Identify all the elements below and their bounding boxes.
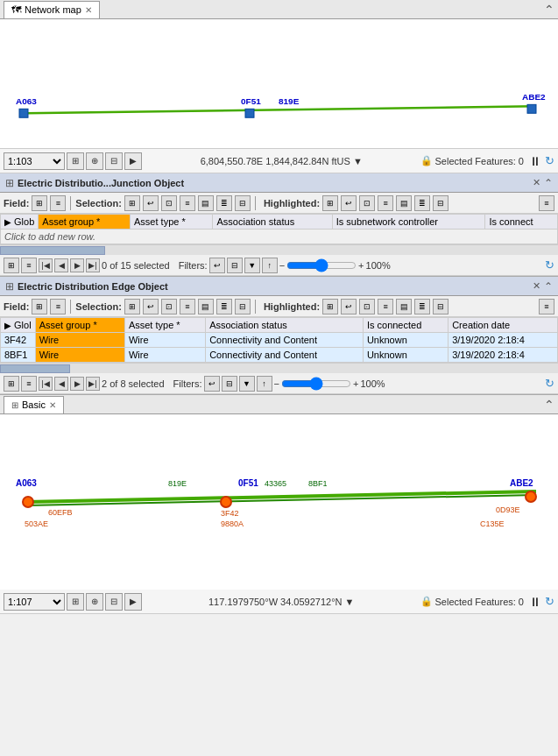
panel-expand-icon[interactable]: ⌃ [544,3,554,17]
jbt-first[interactable]: |◀ [39,258,53,272]
jbt-view2[interactable]: ≡ [21,258,37,273]
pause-btn[interactable]: ⏸ [529,154,541,168]
ef-filter1[interactable]: ↩ [204,376,220,392]
jbt-next[interactable]: ▶ [70,258,84,272]
j-slider-minus[interactable]: − [279,260,285,271]
arrow-btn[interactable]: ▶ [124,152,142,170]
js-btn1[interactable]: ⊞ [124,195,140,211]
es-btn6[interactable]: ≣ [216,299,232,314]
ebt-next[interactable]: ▶ [70,377,84,391]
eh-settings[interactable]: ≡ [539,299,554,314]
es-btn2[interactable]: ↩ [143,299,159,314]
basic-tab-close[interactable]: ✕ [49,400,56,410]
es-btn5[interactable]: ▤ [198,299,214,314]
junction-refresh-btn[interactable]: ↻ [545,258,554,272]
basic-pause-btn[interactable]: ⏸ [529,595,541,609]
ef-filter4[interactable]: ↑ [257,376,272,392]
sync-btn[interactable]: ⊞ [67,152,84,170]
ef-filter2[interactable]: ⊟ [222,376,237,392]
eh-btn1[interactable]: ⊞ [322,299,338,314]
j-slider-plus[interactable]: + [358,260,364,271]
ebt-view2[interactable]: ≡ [21,376,37,392]
js-btn7[interactable]: ⊟ [235,195,251,211]
jh-btn7[interactable]: ⊟ [433,195,449,211]
ef-filter3[interactable]: ▼ [239,376,255,392]
junction-scroll-thumb[interactable] [0,246,105,255]
junction-scrollbar[interactable] [0,244,558,255]
basic-grid-btn[interactable]: ⊟ [105,593,123,611]
eh-btn4[interactable]: ≡ [378,299,393,314]
edge-scroll-thumb[interactable] [0,364,70,373]
jf-filter2[interactable]: ⊟ [227,258,243,273]
edge-zoom-slider[interactable] [281,377,351,391]
basic-scale-select[interactable]: 1:107 [4,593,65,611]
js-btn4[interactable]: ≡ [180,195,195,211]
e-slider-plus[interactable]: + [353,378,358,389]
edge-scrollbar[interactable] [0,363,558,373]
ebt-prev[interactable]: ◀ [54,377,68,391]
es-btn7[interactable]: ⊟ [235,299,251,314]
ef-btn2[interactable]: ≡ [50,299,66,314]
eh-btn3[interactable]: ⊡ [359,299,375,314]
jh-btn6[interactable]: ≣ [414,195,430,211]
eh-btn7[interactable]: ⊟ [433,299,449,314]
ebt-view1[interactable]: ⊞ [4,376,19,392]
jh-btn2[interactable]: ↩ [341,195,357,211]
table-row[interactable]: 8BF1 Wire Wire Connectivity and Content … [1,348,558,363]
js-btn6[interactable]: ≣ [216,195,232,211]
jh-btn4[interactable]: ≡ [378,195,393,211]
junction-add-row[interactable]: Click to add new row. [1,230,558,244]
jh-btn5[interactable]: ▤ [396,195,412,211]
junction-panel-close[interactable]: ✕ [533,177,540,188]
network-map-tab[interactable]: 🗺 Network map ✕ [4,1,100,18]
basic-arrow-btn[interactable]: ▶ [124,593,142,611]
junction-col-asset-group[interactable]: Asset group * [39,215,131,230]
grid-btn[interactable]: ⊟ [105,152,123,170]
refresh-top-btn[interactable]: ↻ [545,154,554,167]
es-btn4[interactable]: ≡ [180,299,195,314]
zoom-btn[interactable]: ⊕ [86,152,103,170]
edge-refresh-btn[interactable]: ↻ [545,377,554,390]
scale-select[interactable]: 1:103 [4,152,65,170]
junction-click-add[interactable]: Click to add new row. [1,230,558,244]
edge-col-asset-group[interactable]: Asset group * [35,318,124,333]
ef-btn1[interactable]: ⊞ [32,299,47,314]
basic-sync-btn[interactable]: ⊞ [67,593,84,611]
jbt-last[interactable]: ▶| [86,258,100,272]
coords-dropdown[interactable]: ▼ [353,156,363,166]
basic-refresh-btn[interactable]: ↻ [545,595,554,608]
jh-settings[interactable]: ≡ [539,195,554,211]
jf-btn1[interactable]: ⊞ [32,195,47,211]
jbt-view1[interactable]: ⊞ [4,258,19,273]
jbt-prev[interactable]: ◀ [54,258,68,272]
js-btn3[interactable]: ⊡ [161,195,177,211]
jf-filter4[interactable]: ↑ [262,258,278,273]
edge-expand-icon[interactable]: ▶ [4,321,11,330]
expand-icon[interactable]: ▶ [4,217,11,227]
junction-panel-expand[interactable]: ⌃ [544,177,553,189]
jf-btn2[interactable]: ≡ [50,195,66,211]
e-slider-minus[interactable]: − [274,378,279,389]
es-btn3[interactable]: ⊡ [161,299,177,314]
tab-close-icon[interactable]: ✕ [85,5,92,15]
edge-panel-expand[interactable]: ⌃ [544,280,553,293]
jh-btn1[interactable]: ⊞ [322,195,338,211]
js-btn5[interactable]: ▤ [198,195,214,211]
basic-panel-expand[interactable]: ⌃ [544,398,554,412]
es-btn1[interactable]: ⊞ [124,299,140,314]
eh-btn2[interactable]: ↩ [341,299,357,314]
jf-filter1[interactable]: ↩ [209,258,225,273]
basic-tab[interactable]: ⊞ Basic ✕ [4,396,64,413]
jh-btn3[interactable]: ⊡ [359,195,375,211]
junction-zoom-slider[interactable] [286,258,357,272]
basic-coords-dropdown[interactable]: ▼ [345,597,355,607]
table-row[interactable]: 3F42 Wire Wire Connectivity and Content … [1,333,558,348]
js-btn2[interactable]: ↩ [143,195,159,211]
eh-btn6[interactable]: ≣ [414,299,430,314]
jf-filter3[interactable]: ▼ [244,258,260,273]
ebt-first[interactable]: |◀ [39,377,53,391]
edge-panel-close[interactable]: ✕ [533,280,540,292]
eh-btn5[interactable]: ▤ [396,299,412,314]
ebt-last[interactable]: ▶| [86,377,100,391]
basic-zoom-btn[interactable]: ⊕ [86,593,103,611]
